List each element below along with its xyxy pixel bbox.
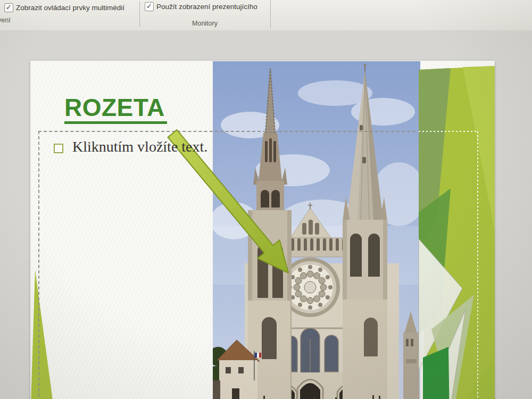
editing-workspace: ROZETA Kliknutím vložíte text. xyxy=(0,30,532,399)
checkbox-show-media-controls-label: Zobrazit ovládací prvky multimédií xyxy=(16,4,124,12)
body-placeholder-text: Kliknutím vložíte text. xyxy=(72,138,207,155)
checkbox-use-presenter-view-label: Použít zobrazení prezentujícího xyxy=(156,3,257,11)
ribbon-slideshow-tab-strip: ✓ Zobrazit ovládací prvky multimédií ven… xyxy=(0,0,532,31)
checkbox-show-media-controls[interactable]: ✓ xyxy=(4,3,13,12)
body-text-placeholder[interactable]: Kliknutím vložíte text. xyxy=(54,138,207,155)
square-bullet-icon xyxy=(54,144,63,153)
facet-theme-green-panel xyxy=(370,61,495,399)
ribbon-group-divider xyxy=(270,0,271,28)
slide-title[interactable]: ROZETA xyxy=(64,95,167,124)
ribbon-group-setup-label-partial: vení xyxy=(0,16,11,24)
slide-canvas[interactable]: ROZETA Kliknutím vložíte text. xyxy=(30,61,495,399)
ribbon-group-divider xyxy=(139,1,140,27)
checkbox-use-presenter-view[interactable]: ✓ xyxy=(145,2,154,11)
screen-photo-of-powerpoint: { "ribbon": { "check_glyph": "✓", "group… xyxy=(0,0,532,399)
facet-theme-green-triangle xyxy=(30,265,57,399)
ribbon-group-monitors-label: Monitory xyxy=(176,20,234,27)
